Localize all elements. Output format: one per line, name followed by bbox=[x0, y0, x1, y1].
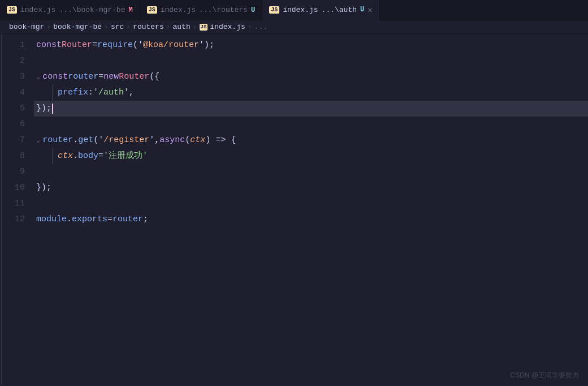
token-const-3: const bbox=[42, 69, 68, 85]
token-comma-4: , bbox=[129, 85, 134, 101]
code-line-12: module . exports = router ; bbox=[34, 212, 588, 228]
indent-guide-8 bbox=[52, 148, 54, 164]
token-paren-7d: ) => { bbox=[205, 132, 236, 148]
js-icon-tab2: JS bbox=[147, 6, 157, 14]
line-num-12: 12 bbox=[2, 212, 25, 228]
line-num-9: 9 bbox=[2, 164, 25, 180]
fold-arrow-3[interactable]: ⌄ bbox=[36, 69, 40, 85]
tab2-filename: index.js bbox=[161, 6, 196, 14]
breadcrumb-item-2: book-mgr-be bbox=[53, 23, 102, 31]
code-line-10: }); bbox=[34, 180, 588, 196]
code-line-11 bbox=[34, 196, 588, 212]
token-Router-3: Router bbox=[119, 69, 149, 85]
token-brace-3: ({ bbox=[149, 69, 159, 85]
breadcrumb-sep-6: › bbox=[248, 23, 252, 31]
token-close-10: }); bbox=[36, 180, 51, 196]
tab3-path: ...\auth bbox=[322, 6, 357, 14]
tab1-filename: index.js bbox=[20, 6, 55, 14]
breadcrumb: book-mgr › book-mgr-be › src › routers ›… bbox=[0, 20, 588, 34]
line-numbers: 1 2 3 4 5 6 7 8 9 10 11 12 bbox=[2, 34, 32, 385]
breadcrumb-item-1: book-mgr bbox=[9, 23, 44, 31]
tab1-badge: M bbox=[128, 6, 132, 14]
token-router-var: router bbox=[68, 69, 98, 85]
token-paren-1: (' bbox=[133, 37, 143, 53]
code-line-2 bbox=[34, 53, 588, 69]
token-eq-8: = bbox=[98, 148, 103, 164]
tab-bar: JS index.js ...\book-mgr-be M JS index.j… bbox=[0, 0, 588, 20]
token-const-1: const bbox=[36, 37, 62, 53]
breadcrumb-sep-1: › bbox=[46, 23, 51, 31]
tab3-close-button[interactable]: ✕ bbox=[368, 5, 372, 15]
token-paren-close-1: '); bbox=[199, 37, 214, 53]
token-module: module bbox=[36, 212, 67, 228]
token-paren-7c: ( bbox=[185, 132, 190, 148]
code-line-1: const Router = require (' @koa/router ')… bbox=[34, 37, 588, 53]
token-eq-12: = bbox=[107, 212, 113, 228]
tab-auth[interactable]: JS index.js ...\auth U ✕ bbox=[262, 0, 380, 20]
breadcrumb-item-5: auth bbox=[173, 23, 191, 31]
line-num-1: 1 bbox=[2, 37, 25, 53]
token-eq-1: = bbox=[92, 37, 97, 53]
token-paren-7b: ', bbox=[149, 132, 159, 148]
token-router-7: router bbox=[42, 132, 73, 148]
tab-book-mgr-be[interactable]: JS index.js ...\book-mgr-be M bbox=[0, 0, 140, 20]
code-line-4: prefix : '/auth' , bbox=[34, 85, 588, 101]
token-koa-router: @koa/router bbox=[143, 37, 199, 53]
tab2-path: ...\routers bbox=[199, 6, 248, 14]
token-colon-4: : bbox=[88, 85, 93, 101]
token-register: /register bbox=[103, 132, 149, 148]
fold-arrow-7[interactable]: ⌄ bbox=[36, 132, 40, 148]
js-icon-breadcrumb: JS bbox=[200, 24, 208, 31]
js-icon-tab1: JS bbox=[7, 6, 17, 14]
token-dot-12: . bbox=[67, 212, 72, 228]
token-auth-str: '/auth' bbox=[93, 85, 129, 101]
code-line-5: }); bbox=[34, 101, 588, 117]
code-line-6 bbox=[34, 117, 588, 132]
breadcrumb-item-3: src bbox=[111, 23, 124, 31]
breadcrumb-sep-2: › bbox=[104, 23, 109, 31]
text-cursor bbox=[52, 104, 53, 114]
token-eq-3: = bbox=[98, 69, 103, 85]
breadcrumb-ellipsis: ... bbox=[254, 23, 267, 31]
line-num-3: 3 bbox=[2, 69, 25, 85]
token-exports: exports bbox=[72, 212, 107, 228]
line-num-6: 6 bbox=[2, 117, 25, 132]
token-semi-12: ; bbox=[143, 212, 148, 228]
code-editor: 1 2 3 4 5 6 7 8 9 10 11 12 const Router … bbox=[0, 34, 588, 385]
js-icon-tab3: JS bbox=[269, 6, 279, 14]
token-chinese-str: '注册成功' bbox=[103, 148, 148, 164]
tab3-filename: index.js bbox=[283, 6, 318, 14]
token-close-5: }); bbox=[36, 101, 51, 117]
token-new: new bbox=[103, 69, 119, 85]
line-num-4: 4 bbox=[2, 85, 25, 101]
token-Router: Router bbox=[62, 37, 92, 53]
tab-routers[interactable]: JS index.js ...\routers U bbox=[140, 0, 262, 20]
token-ctx-8: ctx bbox=[58, 148, 73, 164]
token-ctx-7: ctx bbox=[190, 132, 205, 148]
breadcrumb-sep-3: › bbox=[126, 23, 131, 31]
tab1-path: ...\book-mgr-be bbox=[59, 6, 125, 14]
token-dot-7: . bbox=[73, 132, 78, 148]
token-dot-8: . bbox=[73, 148, 78, 164]
line-num-10: 10 bbox=[2, 180, 25, 196]
line-num-8: 8 bbox=[2, 148, 25, 164]
code-line-8: ctx . body = '注册成功' bbox=[34, 148, 588, 164]
code-line-9 bbox=[34, 164, 588, 180]
token-require: require bbox=[97, 37, 133, 53]
line-num-5: 5 bbox=[2, 101, 25, 117]
watermark: CSDN @王同学要努力 bbox=[510, 371, 579, 380]
tab2-badge: U bbox=[251, 6, 255, 14]
token-get: get bbox=[78, 132, 93, 148]
token-body: body bbox=[78, 148, 98, 164]
code-line-7: ⌄ router . get (' /register ', async ( c… bbox=[34, 132, 588, 148]
token-router-12: router bbox=[113, 212, 143, 228]
line-num-7: 7 bbox=[2, 132, 25, 148]
breadcrumb-item-6: index.js bbox=[210, 23, 245, 31]
code-line-3: ⌄ const router = new Router ({ bbox=[34, 69, 588, 85]
breadcrumb-sep-4: › bbox=[166, 23, 171, 31]
tab3-badge: U bbox=[360, 6, 364, 14]
token-async: async bbox=[159, 132, 185, 148]
code-text[interactable]: const Router = require (' @koa/router ')… bbox=[32, 34, 588, 385]
line-num-11: 11 bbox=[2, 196, 25, 212]
breadcrumb-item-4: routers bbox=[133, 23, 164, 31]
